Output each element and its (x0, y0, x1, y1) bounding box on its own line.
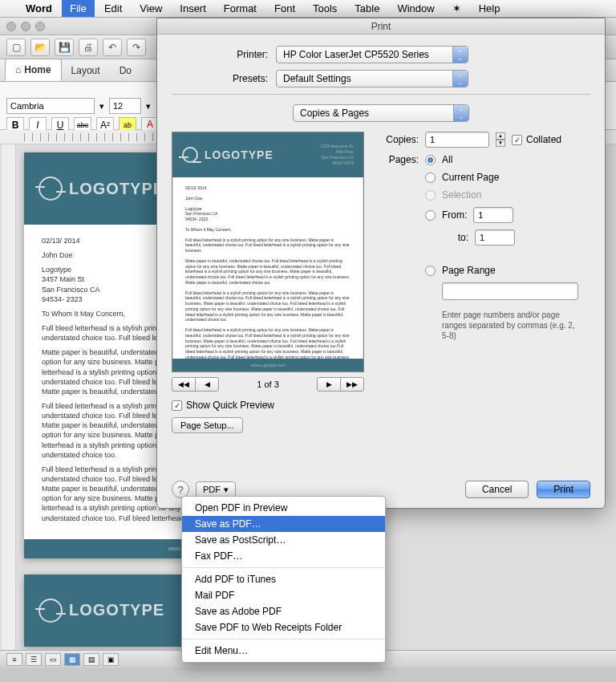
tb-redo-icon[interactable]: ↷ (127, 39, 146, 56)
pdf-menu-save-as-pdf[interactable]: Save as PDF… (182, 516, 385, 532)
dialog-title: Print (157, 18, 605, 35)
page-setup-button[interactable]: Page Setup... (172, 417, 243, 433)
last-page-button[interactable]: ▶▶ (340, 377, 364, 392)
radio-current[interactable] (425, 173, 436, 183)
font-size-select[interactable]: 12 (109, 98, 141, 114)
vertical-ruler[interactable] (2, 144, 16, 650)
menu-script-icon[interactable]: ✶ (444, 0, 469, 17)
pdf-menu: Open PDF in Preview Save as PDF… Save as… (181, 496, 386, 663)
pages-from-label: From: (442, 209, 467, 221)
copies-label: Copies: (379, 134, 419, 145)
pages-to-label: to: (442, 232, 468, 243)
chevron-down-icon: ▾ (224, 485, 229, 495)
page-range-input[interactable] (442, 282, 578, 300)
tab-layout[interactable]: Layout (62, 60, 110, 81)
menubar: Word File Edit View Insert Format Font T… (0, 0, 616, 18)
pdf-menu-edit[interactable]: Edit Menu… (182, 643, 385, 659)
zoom-dot[interactable] (35, 22, 45, 31)
font-family-select[interactable]: Cambria (6, 98, 95, 114)
page-range-label: Page Range (442, 265, 496, 276)
menu-font[interactable]: Font (266, 0, 303, 17)
pdf-menu-adobe[interactable]: Save as Adobe PDF (182, 603, 385, 619)
menu-edit[interactable]: Edit (96, 0, 130, 17)
pdf-menu-mail[interactable]: Mail PDF (182, 587, 385, 603)
home-icon: ⌂ (15, 64, 21, 75)
tb-save-icon[interactable]: 💾 (55, 39, 74, 56)
presets-label: Presets: (172, 73, 268, 84)
pages-label: Pages: (379, 154, 419, 165)
copies-input[interactable] (425, 132, 489, 148)
logo-icon (38, 177, 63, 201)
menu-view[interactable]: View (132, 0, 170, 17)
tb-new-icon[interactable]: ▢ (6, 39, 26, 56)
tab-doc[interactable]: Do (110, 60, 141, 81)
radio-selection (425, 190, 436, 201)
check-icon: ✓ (172, 400, 182, 411)
menu-separator (182, 567, 385, 568)
menu-tools[interactable]: Tools (305, 0, 345, 17)
radio-from[interactable] (425, 210, 436, 221)
preview-pane: LOGOTYPE 1234 Awesome St. Fifth Floor Sa… (172, 132, 364, 433)
menu-separator (182, 639, 385, 639)
pages-all-label: All (442, 154, 452, 165)
pages-selection-label: Selection (442, 189, 481, 201)
preview-thumbnail: LOGOTYPE 1234 Awesome St. Fifth Floor Sa… (172, 132, 364, 372)
show-preview-checkbox[interactable]: ✓ Show Quick Preview (172, 400, 274, 411)
menu-help[interactable]: Help (471, 0, 509, 17)
font-size-arrow-icon[interactable]: ▾ (146, 101, 151, 112)
copies-stepper[interactable]: ▲▼ (496, 132, 505, 147)
view-print-icon[interactable]: ▦ (64, 653, 80, 666)
menu-insert[interactable]: Insert (172, 0, 214, 17)
from-input[interactable] (473, 207, 513, 223)
prev-page-button[interactable]: ◀ (195, 377, 219, 392)
tb-open-icon[interactable]: 📂 (30, 39, 50, 56)
logo-text: LOGOTYPE (69, 601, 164, 619)
menu-table[interactable]: Table (346, 0, 387, 17)
print-dialog: Print Printer: HP Color LaserJet CP5520 … (156, 18, 606, 509)
menu-file[interactable]: File (62, 0, 95, 17)
font-select-arrow-icon[interactable]: ▾ (99, 101, 104, 112)
chevron-up-icon: ▲ (496, 132, 505, 140)
menu-window[interactable]: Window (389, 0, 442, 17)
print-button[interactable]: Print (537, 481, 590, 498)
first-page-button[interactable]: ◀◀ (172, 377, 196, 392)
menu-app[interactable]: Word (18, 0, 60, 17)
pages-current-label: Current Page (442, 172, 499, 183)
printer-label: Printer: (172, 49, 268, 60)
cancel-button[interactable]: Cancel (465, 481, 529, 498)
pdf-menu-save-postscript[interactable]: Save as PostScript… (182, 532, 385, 548)
tb-print-icon[interactable]: 🖨 (79, 39, 98, 56)
next-page-button[interactable]: ▶ (317, 377, 341, 392)
pdf-menu-fax[interactable]: Fax PDF… (182, 548, 385, 564)
view-publish-icon[interactable]: ▭ (45, 653, 61, 666)
logo-text: LOGOTYPE (205, 148, 274, 161)
view-outline-icon[interactable]: ☰ (26, 653, 42, 666)
printer-select[interactable]: HP Color LaserJet CP5520 Series (276, 46, 468, 63)
radio-page-range[interactable] (425, 266, 436, 276)
page-indicator: 1 of 3 (257, 380, 279, 389)
page-range-hint: Enter page numbers and/or page ranges se… (442, 310, 578, 341)
section-select[interactable]: Copies & Pages (293, 104, 469, 122)
minimize-dot[interactable] (21, 22, 30, 31)
pdf-dropdown-button[interactable]: PDF▾ (196, 481, 236, 497)
check-icon: ✓ (512, 135, 522, 145)
tab-home[interactable]: ⌂Home (5, 59, 62, 81)
view-draft-icon[interactable]: ≡ (6, 653, 22, 666)
pdf-menu-open-preview[interactable]: Open PDF in Preview (182, 500, 385, 516)
to-input[interactable] (475, 229, 515, 246)
collated-checkbox[interactable]: ✓Collated (512, 134, 561, 145)
presets-select[interactable]: Default Settings (276, 70, 468, 87)
view-focus-icon[interactable]: ▣ (103, 653, 119, 666)
pdf-menu-itunes[interactable]: Add PDF to iTunes (182, 571, 385, 587)
logo-icon (182, 147, 198, 163)
menu-format[interactable]: Format (216, 0, 265, 17)
close-dot[interactable] (6, 22, 16, 31)
chevron-down-icon: ▼ (496, 140, 505, 147)
logo-icon (38, 599, 63, 623)
pdf-menu-receipts[interactable]: Save PDF to Web Receipts Folder (182, 619, 385, 635)
radio-all[interactable] (425, 155, 436, 165)
print-settings: Copies: ▲▼ ✓Collated Pages: All Current … (379, 132, 590, 433)
logo-text: LOGOTYPE (69, 180, 164, 198)
view-notebook-icon[interactable]: ▤ (83, 653, 99, 666)
tb-undo-icon[interactable]: ↶ (103, 39, 122, 56)
